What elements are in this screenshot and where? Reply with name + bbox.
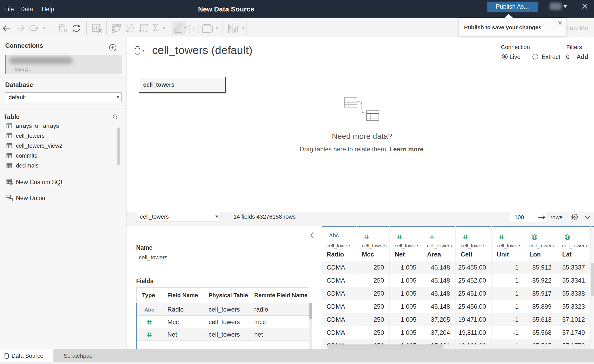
svg-text:T: T [192,25,196,32]
